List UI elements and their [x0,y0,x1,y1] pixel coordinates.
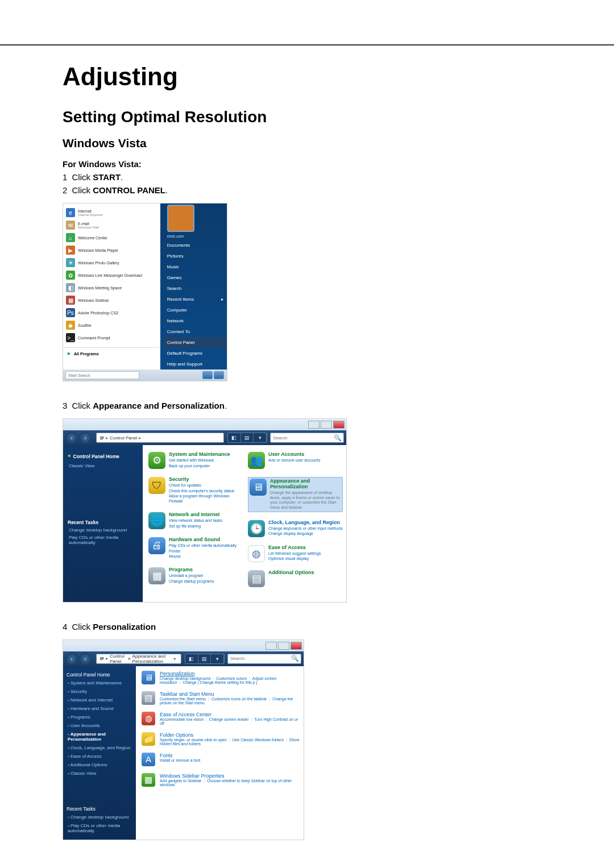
start-menu-right-item[interactable]: Recent Items▸ [164,294,227,305]
control-panel-category[interactable]: 🌐 Network and InternetView network statu… [148,512,243,529]
breadcrumb-bar[interactable]: 🖳 ▸ Control Panel ▸ [96,433,224,443]
sidebar-category[interactable]: Network and Internet [67,696,132,704]
start-menu-item[interactable]: ☀ Windows Photo Gallery [63,256,160,269]
control-panel-category[interactable]: 🛡 SecurityCheck for updatesCheck this co… [148,477,243,504]
step-2-number: 2 [63,185,67,195]
appearance-item[interactable]: ◍ Ease of Access CenterAccommodate low v… [142,712,300,725]
start-menu-right-item[interactable]: Connect To [164,326,227,337]
view-button-group[interactable]: ◧▤▾ [227,433,267,443]
step-2-suffix: . [165,185,168,195]
start-menu-right-item[interactable]: Pictures [164,251,227,261]
program-icon: ✉ [66,221,75,230]
appearance-item[interactable]: 🖥 PersonalizationChange desktop backgrou… [142,671,300,684]
breadcrumb-item[interactable]: Control Panel [110,435,137,441]
start-search-input[interactable] [65,371,139,379]
step-2-bold: CONTROL PANEL [93,185,165,195]
appearance-item[interactable]: A FontsInstall or remove a font [142,753,300,766]
breadcrumb-bar[interactable]: 🖳 ▸ Control Panel ▸ Appearance and Perso… [96,654,181,664]
start-menu-right-item[interactable]: Control Panel [164,337,227,348]
screenshot-start-menu: e InternetInternet Explorer✉ E-mailWindo… [63,203,227,381]
sidebar-recent-link[interactable]: Change desktop background [67,813,132,821]
start-menu-item[interactable]: ◧ Windows Meeting Space [63,281,160,294]
sidebar-category[interactable]: Additional Options [67,761,132,769]
search-box[interactable]: 🔍 [227,654,301,664]
category-icon: 👥 [248,452,265,469]
search-icon: 🔍 [333,434,342,442]
start-menu-item[interactable]: ▦ Windows Sidebar [63,294,160,306]
back-button[interactable]: ‹ [65,653,78,665]
program-icon: ▶ [66,246,75,255]
minimize-button[interactable] [308,421,320,429]
start-menu-item[interactable]: >_ Command Prompt [63,331,160,344]
sidebar-category[interactable]: Security [67,687,132,696]
maximize-button[interactable] [278,642,289,650]
control-panel-category[interactable]: ⚙ System and MaintenanceGet started with… [148,452,243,469]
sidebar-category[interactable]: Ease of Access [67,752,132,761]
control-panel-category[interactable]: 🖥 Appearance and PersonalizationChange t… [248,477,343,512]
maximize-button[interactable] [321,421,332,429]
start-menu-right-item[interactable]: Games [164,272,227,283]
appearance-item[interactable]: ▤ Taskbar and Start MenuCustomize the St… [142,691,300,705]
start-menu-item[interactable]: ✿ Windows Live Messenger Download [63,269,160,281]
user-avatar [167,205,194,232]
breadcrumb-icon: 🖳 [99,435,104,441]
start-menu-right-item[interactable]: Computer [164,305,227,315]
appearance-main: 🖥 PersonalizationChange desktop backgrou… [136,666,304,840]
start-menu-right-item[interactable]: Documents [164,240,227,251]
step-1-number: 1 [63,172,67,182]
sidebar-classic-view[interactable]: Classic View [67,769,132,778]
start-menu-item[interactable]: ◆ Soulfire [63,319,160,331]
start-menu-right-item[interactable]: Network [164,315,227,326]
search-box[interactable]: 🔍 [270,433,344,443]
start-menu-right-item[interactable]: Search [164,283,227,294]
control-panel-category[interactable]: ◍ Ease of AccessLet Windows suggest sett… [248,545,343,562]
control-panel-category[interactable]: 👥 User AccountsAdd or remove user accoun… [248,452,343,469]
category-icon: ▤ [248,570,265,587]
breadcrumb-item[interactable]: Appearance and Personalization [132,654,172,664]
view-button-group[interactable]: ◧▤▾ [185,654,225,664]
sidebar-recent-link[interactable]: Play CDs or other media automatically [69,535,138,545]
program-icon: Ps [66,308,75,317]
step-3-bold: Appearance and Personalization [93,401,225,410]
start-menu-right-item[interactable]: Music [164,261,227,272]
search-input[interactable] [228,656,291,661]
start-menu-item[interactable]: Ps Adobe Photoshop CS2 [63,306,160,319]
start-menu-item[interactable]: ⌂ Welcome Center [63,231,160,244]
item-icon: ▦ [142,773,155,787]
intro-label: For Windows Vista: [63,159,557,169]
control-panel-category[interactable]: 🖨 Hardware and SoundPlay CDs or other me… [148,537,243,559]
sidebar-recent-link[interactable]: Change desktop background [69,528,138,533]
all-programs[interactable]: ▶All Programs [63,347,160,359]
sidebar-category[interactable]: Clock, Language, and Region [67,744,132,752]
step-1-prefix: Click [72,172,93,182]
category-icon: ⚙ [148,452,165,469]
appearance-item[interactable]: 📁 Folder OptionsSpecify single- or doubl… [142,732,300,746]
power-buttons[interactable] [202,371,225,380]
close-button[interactable] [333,421,345,429]
sidebar-recent-link[interactable]: Play CDs or other media automatically [67,821,132,835]
control-panel-category[interactable]: 🕒 Clock, Language, and RegionChange keyb… [248,520,343,537]
start-menu-right-item[interactable]: Help and Support [164,359,227,369]
forward-button[interactable]: › [79,431,92,444]
back-button[interactable]: ‹ [65,431,78,444]
control-panel-sidebar: •Control Panel Home Classic View Recent … [63,445,143,602]
sidebar-category[interactable]: Appearance and Personalization [67,730,132,744]
minimize-button[interactable] [265,642,277,650]
sidebar-classic-view[interactable]: Classic View [69,463,138,468]
breadcrumb-item[interactable]: Control Panel [110,654,127,664]
control-panel-category[interactable]: ▤ Additional Options [248,570,343,587]
start-menu-right-item[interactable]: Default Programs [164,348,227,359]
close-button[interactable] [291,642,302,650]
appearance-item[interactable]: ▦ Windows Sidebar PropertiesAdd gadgets … [142,773,300,787]
sidebar-category[interactable]: Programs [67,713,132,721]
start-menu-item[interactable]: ▶ Windows Media Player [63,244,160,256]
forward-button[interactable]: › [79,653,92,665]
start-menu-item[interactable]: e InternetInternet Explorer [63,206,160,219]
sidebar-category[interactable]: User Accounts [67,721,132,730]
control-panel-category[interactable]: ▦ ProgramsUninstall a programChange star… [148,567,243,584]
sidebar-category[interactable]: Hardware and Sound [67,704,132,713]
program-icon: >_ [66,333,75,342]
sidebar-category[interactable]: System and Maintenance [67,679,132,687]
start-menu-item[interactable]: ✉ E-mailWindows Mail [63,219,160,231]
search-input[interactable] [271,435,333,441]
